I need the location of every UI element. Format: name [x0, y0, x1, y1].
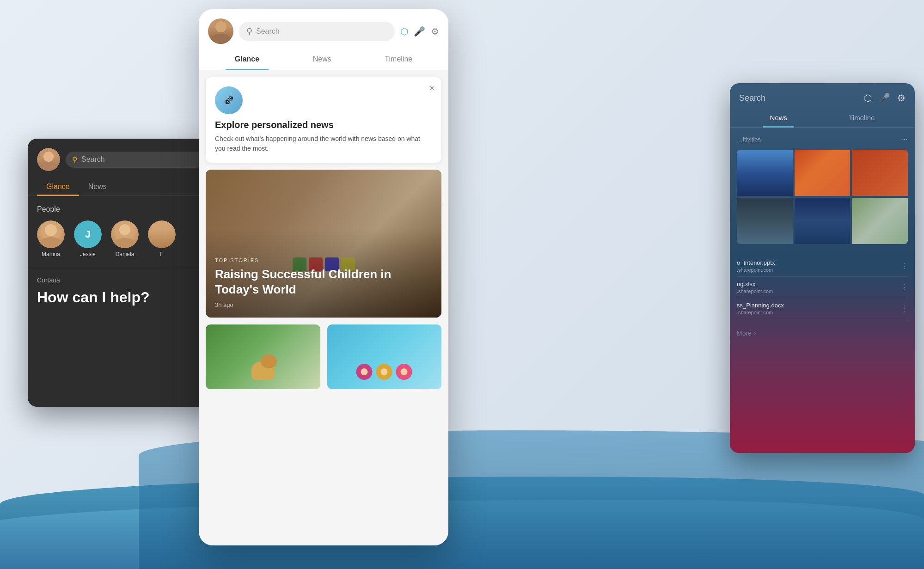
cortana-question: How can I help? [37, 288, 217, 306]
file-options-1[interactable]: ⋮ [900, 262, 908, 270]
center-search-placeholder: Search [256, 27, 280, 36]
right-header: Search ⬡ 🎤 ⚙ [730, 83, 915, 108]
thumb-card-dog[interactable] [206, 324, 320, 389]
left-search-text: Search [81, 155, 105, 164]
header-icons: ⬡ 🎤 ⚙ [400, 26, 439, 37]
left-header: ⚲ Search [28, 139, 226, 178]
thumb-card-donuts[interactable] [327, 324, 442, 389]
news-promo-title: Explore personalized news [215, 120, 432, 130]
file-name-3: ss_Planning.docx [737, 302, 900, 309]
activities-header: …itivities ··· [737, 135, 908, 144]
cortana-section: Cortana How can I help? [28, 267, 226, 315]
people-row: Martina J Jessie Daniela [37, 220, 217, 257]
person-name-jessie: Jessie [80, 251, 96, 257]
avatar-center [208, 18, 233, 44]
search-icon: ⚲ [72, 155, 78, 164]
center-tab-bar: Glance News Timeline [199, 49, 448, 70]
settings-icon[interactable]: ⚙ [431, 26, 439, 37]
camera-icon-right[interactable]: ⬡ [864, 92, 872, 104]
activities-title: …itivities [737, 136, 761, 143]
person-name-f: F [160, 251, 163, 257]
left-search-bar[interactable]: ⚲ Search [66, 152, 217, 168]
photo-mountains[interactable] [737, 150, 793, 196]
file-item: ng.xlsx .sharepoint.com ⋮ [737, 277, 908, 298]
news-promo-desc: Check out what's happening around the wo… [215, 134, 432, 153]
story-title: Raising Successful Children in Today's W… [215, 267, 432, 297]
photo-sleep[interactable] [737, 198, 793, 244]
tab-timeline-right[interactable]: Timeline [842, 108, 881, 127]
avatar-martina [37, 220, 65, 248]
tab-news-left[interactable]: News [79, 178, 116, 196]
photo-blue[interactable] [795, 198, 851, 244]
file-options-3[interactable]: ⋮ [900, 304, 908, 313]
photo-grid [737, 150, 908, 244]
center-header: ⚲ Search ⬡ 🎤 ⚙ [199, 9, 448, 49]
left-phone-panel: ⚲ Search Glance News People Martina J [28, 139, 226, 407]
thumbnail-row [206, 324, 441, 389]
file-source-1: .sharepoint.com [737, 267, 900, 273]
photo-people[interactable] [852, 198, 908, 244]
tab-news-right[interactable]: News [763, 108, 795, 127]
avatar-f [148, 220, 176, 248]
tab-glance-center[interactable]: Glance [226, 49, 269, 70]
list-item: Martina [37, 220, 65, 257]
file-name-1: o_Interior.pptx [737, 259, 900, 266]
top-stories-card[interactable]: TOP STORIES Raising Successful Children … [206, 170, 441, 318]
right-tab-bar: News Timeline [730, 108, 915, 128]
donut-illustration [356, 364, 412, 380]
chevron-right-icon: › [754, 330, 756, 337]
list-item: F [148, 220, 176, 257]
camera-icon[interactable]: ⬡ [400, 26, 408, 37]
right-phone-panel: Search ⬡ 🎤 ⚙ News Timeline …itivities ··… [730, 83, 915, 453]
more-link[interactable]: More › [730, 324, 915, 343]
people-section: People Martina J Jessie Da [28, 196, 226, 267]
file-item: ss_Planning.docx .sharepoint.com ⋮ [737, 298, 908, 319]
center-search-bar[interactable]: ⚲ Search [239, 22, 395, 41]
search-icon-center: ⚲ [246, 26, 252, 37]
right-header-icons: ⬡ 🎤 ⚙ [864, 92, 906, 104]
voice-icon-right[interactable]: 🎤 [879, 92, 890, 104]
story-time: 3h ago [215, 301, 432, 308]
tab-news-center[interactable]: News [304, 49, 341, 70]
tab-timeline-center[interactable]: Timeline [375, 49, 422, 70]
cortana-label: Cortana [37, 276, 217, 284]
photo-autumn[interactable] [795, 150, 851, 196]
file-source-2: .sharepoint.com [737, 288, 900, 294]
activities-section: …itivities ··· [730, 128, 915, 251]
avatar [37, 148, 60, 171]
background-waves [0, 453, 924, 569]
tab-glance-left[interactable]: Glance [37, 178, 79, 196]
avatar-jessie: J [74, 220, 102, 248]
center-phone-panel: ⚲ Search ⬡ 🎤 ⚙ Glance News Timeline × 🗞 … [199, 9, 448, 545]
more-options-button[interactable]: ··· [901, 135, 908, 144]
avatar-daniela [111, 220, 139, 248]
news-promo-card: × 🗞 Explore personalized news Check out … [206, 77, 441, 163]
right-search-text[interactable]: Search [739, 93, 765, 103]
photo-autumn2[interactable] [852, 150, 908, 196]
file-options-2[interactable]: ⋮ [900, 283, 908, 292]
list-item: J Jessie [74, 220, 102, 257]
person-name-martina: Martina [42, 251, 60, 257]
people-title: People [37, 205, 217, 214]
news-promo-icon: 🗞 [215, 86, 243, 114]
voice-icon[interactable]: 🎤 [414, 26, 425, 37]
file-source-3: .sharepoint.com [737, 310, 900, 315]
left-tab-bar: Glance News [28, 178, 226, 196]
settings-icon-right[interactable]: ⚙ [897, 92, 906, 104]
file-name-2: ng.xlsx [737, 281, 900, 288]
list-item: Daniela [111, 220, 139, 257]
story-label: TOP STORIES [215, 257, 432, 263]
avatar-jessie-initial: J [74, 220, 102, 248]
files-section: o_Interior.pptx .sharepoint.com ⋮ ng.xls… [730, 251, 915, 324]
file-item: o_Interior.pptx .sharepoint.com ⋮ [737, 256, 908, 277]
close-button[interactable]: × [429, 84, 434, 92]
story-content: TOP STORIES Raising Successful Children … [206, 248, 441, 318]
person-name-daniela: Daniela [116, 251, 135, 257]
dog-illustration [249, 348, 277, 380]
